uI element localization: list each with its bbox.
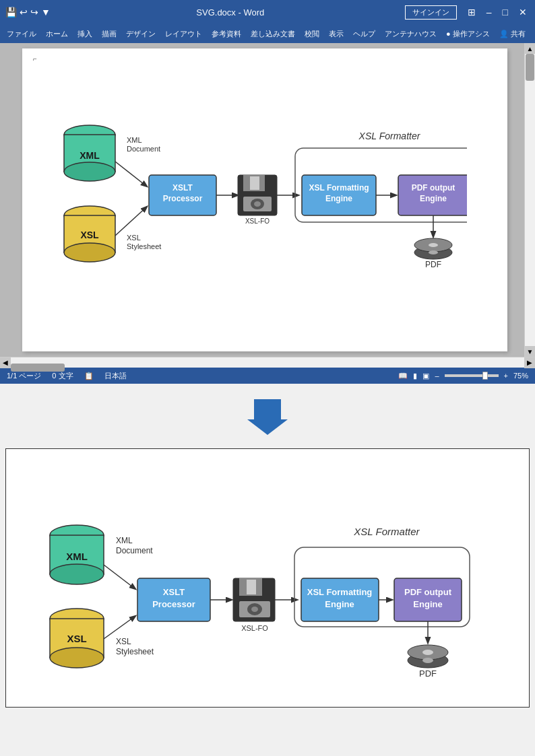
xml-doc-label1: XML <box>127 136 142 144</box>
ribbon-help[interactable]: ヘルプ <box>349 28 379 40</box>
svg-point-33 <box>50 564 104 584</box>
window-title: SVG.docx - Word <box>56 7 405 18</box>
ribbon-assist[interactable]: ● 操作アシス <box>442 28 494 40</box>
save-icon[interactable]: 💾 <box>5 7 17 18</box>
bottom-diagram-box: XML XML Document XSL XSL Stylesheet XSLT… <box>5 448 530 708</box>
ribbon-references[interactable]: 参考資料 <box>208 28 245 40</box>
xslt-label2: Processor <box>163 194 203 203</box>
print-layout-icon[interactable]: ▮ <box>413 372 417 380</box>
doc-page: ⌐ XML XML Document XSL XSL Styl <box>22 48 507 351</box>
svg-point-39 <box>50 648 104 668</box>
ribbon-insert[interactable]: 挿入 <box>73 28 96 40</box>
xml-doc-label2: Document <box>127 145 160 153</box>
status-bar: 1/1 ページ 0 文字 📋 日本語 📖 ▮ ▣ – + 75% <box>0 368 535 384</box>
page-marker: ⌐ <box>33 55 37 63</box>
quick-access-dropdown[interactable]: ▼ <box>41 7 51 18</box>
svg-text:XSLT: XSLT <box>163 587 185 597</box>
xsl-label-top: XSL <box>80 230 99 240</box>
svg-rect-12 <box>250 176 259 190</box>
ribbon-file[interactable]: ファイル <box>3 28 40 40</box>
svg-text:Stylesheet: Stylesheet <box>116 647 154 656</box>
undo-icon[interactable]: ↩ <box>20 7 28 18</box>
ribbon: ファイル ホーム 挿入 描画 デザイン レイアウト 参考資料 差し込み文書 校閲… <box>0 24 535 43</box>
ribbon-review[interactable]: 校閲 <box>301 28 323 40</box>
svg-point-2 <box>64 162 115 181</box>
redo-icon[interactable]: ↪ <box>30 7 38 18</box>
svg-marker-30 <box>247 399 288 435</box>
svg-text:Engine: Engine <box>325 194 352 203</box>
proofing-icon[interactable]: 📋 <box>84 372 94 380</box>
ribbon-mailings[interactable]: 差し込み文書 <box>247 28 299 40</box>
ribbon-view[interactable]: 表示 <box>325 28 348 40</box>
word-diagram-svg: XML XML Document XSL XSL Stylesheet XS <box>36 62 467 284</box>
xslt-label1: XSLT <box>172 183 193 193</box>
svg-line-43 <box>104 565 135 589</box>
svg-line-44 <box>104 616 135 639</box>
svg-point-70 <box>422 658 433 663</box>
zoom-plus[interactable]: + <box>504 372 508 380</box>
xml-label-top: XML <box>80 150 100 161</box>
ribbon-draw[interactable]: 描画 <box>98 28 121 40</box>
grid-icon[interactable]: ⊞ <box>465 7 478 18</box>
svg-text:PDF output: PDF output <box>412 183 455 193</box>
zoom-separator: – <box>435 372 439 380</box>
svg-text:XSL Formatting: XSL Formatting <box>307 587 373 597</box>
svg-text:XML: XML <box>66 551 88 562</box>
svg-text:XSL: XSL <box>116 637 131 646</box>
svg-point-54 <box>251 607 258 612</box>
word-count: 0 文字 <box>52 371 73 381</box>
xsl-formatter-label: XSL Formatter <box>358 131 421 141</box>
svg-text:Engine: Engine <box>420 194 447 203</box>
signin-button[interactable]: サインイン <box>405 5 457 20</box>
svg-text:Engine: Engine <box>325 599 354 609</box>
bottom-diagram-svg: XML XML Document XSL XSL Stylesheet XSLT… <box>20 462 478 691</box>
svg-line-7 <box>115 207 147 236</box>
svg-line-6 <box>115 162 147 186</box>
zoom-slider[interactable] <box>445 374 499 377</box>
svg-point-28 <box>429 243 438 247</box>
web-layout-icon[interactable]: ▣ <box>422 372 429 380</box>
window-controls: ⊞ – □ ✕ <box>465 7 530 18</box>
doc-area: ⌐ XML XML Document XSL XSL Styl <box>0 43 524 357</box>
horizontal-scrollbar[interactable]: ◀ ▶ <box>0 357 535 368</box>
minimize-button[interactable]: – <box>484 7 495 18</box>
arrow-section <box>0 384 535 448</box>
svg-text:XSL-FO: XSL-FO <box>241 624 268 632</box>
xsl-style-label2: Stylesheet <box>127 242 161 250</box>
svg-text:XSL Formatting: XSL Formatting <box>309 183 369 193</box>
svg-text:XSL: XSL <box>67 633 86 644</box>
svg-point-69 <box>422 650 433 655</box>
word-window: 💾 ↩ ↪ ▼ SVG.docx - Word サインイン ⊞ – □ ✕ ファ… <box>0 0 535 384</box>
ribbon-layout[interactable]: レイアウト <box>161 28 206 40</box>
language-label: 日本語 <box>104 371 127 381</box>
read-mode-icon[interactable]: 📖 <box>398 372 408 380</box>
ribbon-design[interactable]: デザイン <box>122 28 160 40</box>
ribbon-home[interactable]: ホーム <box>42 28 72 40</box>
page-count: 1/1 ページ <box>7 371 41 381</box>
quick-access-toolbar[interactable]: 💾 ↩ ↪ ▼ <box>5 7 51 18</box>
zoom-level: 75% <box>513 372 528 380</box>
app-name-label: Word <box>243 7 264 18</box>
svg-point-29 <box>429 250 438 254</box>
svg-text:PDF: PDF <box>419 668 437 679</box>
svg-text:Document: Document <box>116 546 153 555</box>
xsl-style-label1: XSL <box>127 234 141 242</box>
vertical-scrollbar[interactable]: ▲ ▼ <box>524 43 535 357</box>
ribbon-share[interactable]: 👤 共有 <box>495 28 530 40</box>
svg-text:PDF output: PDF output <box>404 587 452 597</box>
ribbon-antenna[interactable]: アンテナハウス <box>381 28 441 40</box>
doc-area-wrapper: ⌐ XML XML Document XSL XSL Styl <box>0 43 535 357</box>
svg-text:Engine: Engine <box>413 599 442 609</box>
down-arrow-icon <box>247 396 288 436</box>
svg-text:XML: XML <box>116 536 133 545</box>
filename-label: SVG.docx <box>196 7 236 18</box>
xslfo-label: XSL-FO <box>245 217 270 225</box>
restore-button[interactable]: □ <box>500 7 511 18</box>
svg-text:XSL Formatter: XSL Formatter <box>353 526 420 537</box>
status-bar-right: 📖 ▮ ▣ – + 75% <box>398 372 528 380</box>
close-button[interactable]: ✕ <box>516 7 530 18</box>
svg-point-5 <box>64 243 115 262</box>
svg-rect-51 <box>247 580 256 594</box>
svg-text:Processor: Processor <box>152 599 195 609</box>
svg-point-15 <box>254 201 261 207</box>
